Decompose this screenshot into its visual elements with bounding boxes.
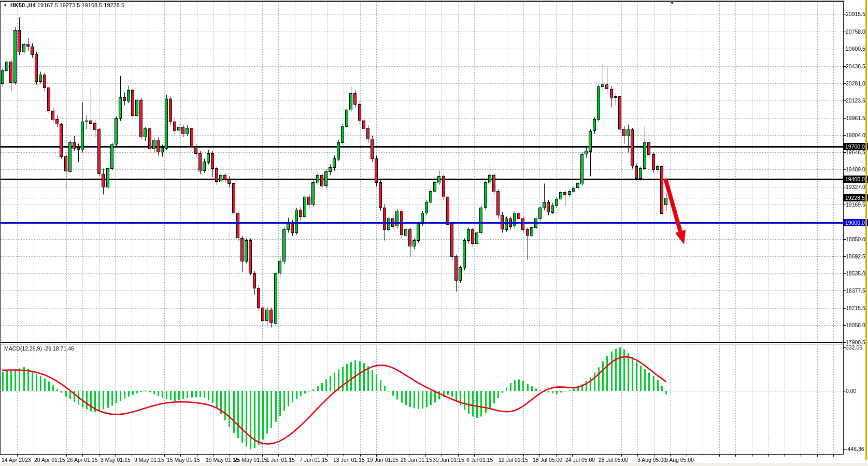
price-axis-label: 20123.5: [846, 97, 865, 104]
time-axis-label: 14 Apr 2023: [2, 457, 31, 463]
price-axis-label: 20281.0: [846, 80, 865, 86]
time-axis-label: 12 Jul 01:15: [499, 457, 528, 463]
price-axis-label: 19327.0: [846, 184, 865, 190]
price-axis-label: 18058.0: [846, 322, 865, 328]
chart-title: ▼HK50-,H4 19167.5 19273.5 19108.5 19228.…: [3, 2, 124, 8]
price-axis-label: 20600.5: [846, 46, 865, 52]
time-axis-label: 1 Jun 01:15: [266, 457, 295, 463]
price-badge: 19228.5: [844, 194, 868, 201]
macd-axis-label: -446.36: [846, 446, 864, 452]
price-axis-label: 19646.5: [846, 149, 865, 155]
time-axis-label: 28 Jul 05:00: [599, 457, 628, 463]
time-axis-label: 24 Jul 05:00: [565, 457, 595, 463]
price-axis-label: 19489.0: [846, 166, 865, 172]
ohlc-quote-label: 19167.5 19273.5 19108.5 19228.5: [37, 2, 124, 8]
time-axis-label: 18 Jul 05:00: [533, 457, 562, 463]
chart-window: ▼HK50-,H4 19167.5 19273.5 19108.5 19228.…: [0, 0, 868, 466]
time-axis-label: 26 Jun 01:15: [401, 457, 432, 463]
time-axis-label: 3 May 01:15: [101, 457, 131, 463]
time-axis-label: 6 Jul 01:15: [466, 457, 493, 463]
price-axis-label: 18215.5: [846, 305, 865, 311]
price-chart-canvas[interactable]: [0, 0, 868, 466]
panel-splitter[interactable]: [0, 341, 843, 345]
time-axis-label: 3 Aug 05:00: [637, 457, 666, 463]
price-axis-label: 19169.5: [846, 201, 865, 208]
time-axis-label: 9 Aug 05:00: [665, 457, 694, 463]
price-axis-label: 18850.0: [846, 236, 865, 242]
time-axis-label: 19 Jun 01:15: [367, 457, 399, 463]
price-axis-label: 19804.0: [846, 132, 865, 138]
symbol-timeframe-label: HK50-,H4: [10, 2, 36, 8]
price-badge: 19400.0: [844, 176, 868, 183]
time-axis-label: 9 May 01:15: [134, 457, 164, 463]
macd-indicator-label: MACD(12,26,9) -26.18 71.46: [4, 345, 74, 352]
price-badge: 19700.0: [844, 143, 868, 150]
time-axis-label: 30 Jun 01:15: [433, 457, 464, 463]
macd-axis-label: 0.00: [846, 388, 856, 394]
price-axis-label: 18377.5: [846, 287, 865, 294]
time-axis-label: 15 May 01:15: [167, 457, 200, 463]
time-axis-label: 25 May 01:15: [234, 457, 267, 463]
price-axis-label: 20915.5: [846, 11, 865, 17]
time-axis-label: 7 Jun 01:15: [300, 457, 328, 463]
price-axis-label: 20438.5: [846, 63, 865, 69]
time-axis-label: 26 Apr 01:15: [67, 457, 98, 463]
symbol-dropdown-icon[interactable]: ▼: [3, 3, 7, 8]
window-right-edge: [865, 0, 867, 460]
price-axis-label: 18692.5: [846, 253, 865, 259]
price-axis-label: 20758.0: [846, 28, 865, 35]
price-badge: 19000.0: [844, 219, 868, 226]
price-axis-label: 18535.0: [846, 270, 865, 276]
time-axis-label: 20 Apr 01:15: [34, 457, 65, 463]
status-strip: [0, 463, 868, 466]
macd-axis-label: 332.06: [846, 344, 862, 351]
price-axis-label: 19961.5: [846, 115, 865, 121]
time-axis-label: 13 Jun 01:15: [333, 457, 365, 463]
